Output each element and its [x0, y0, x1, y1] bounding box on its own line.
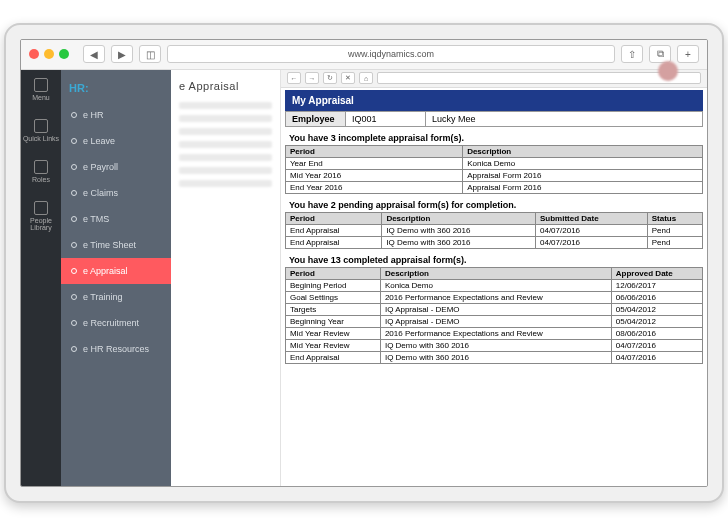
submenu-item-placeholder[interactable] — [179, 128, 272, 135]
rail-item-people[interactable]: People Library — [21, 201, 61, 231]
sidebar-item-eleave[interactable]: e Leave — [61, 128, 171, 154]
forward-button[interactable]: ▶ — [111, 45, 133, 63]
inner-forward-button[interactable]: → — [305, 72, 319, 84]
inner-back-button[interactable]: ← — [287, 72, 301, 84]
bullet-icon — [71, 346, 77, 352]
table-row[interactable]: End AppraisalIQ Demo with 360 201604/07/… — [286, 351, 703, 363]
bullet-icon — [71, 294, 77, 300]
table-header-row: Period Description Submitted Date Status — [286, 212, 703, 224]
bullet-icon — [71, 138, 77, 144]
minimize-icon[interactable] — [44, 49, 54, 59]
pending-table: Period Description Submitted Date Status… — [285, 212, 703, 249]
rail-item-roles[interactable]: Roles — [32, 160, 50, 183]
sidebar-item-label: e Appraisal — [83, 266, 128, 276]
url-text: www.iqdynamics.com — [348, 49, 434, 59]
table-header-row: Period Description Approved Date — [286, 267, 703, 279]
avatar[interactable] — [658, 61, 678, 81]
sidebar-item-label: e HR Resources — [83, 344, 149, 354]
col-description: Description — [380, 267, 611, 279]
app-body: Menu Quick Links Roles People Library HR… — [21, 70, 707, 486]
rail-item-quicklinks[interactable]: Quick Links — [23, 119, 59, 142]
table-row[interactable]: Mid Year Review2016 Performance Expectat… — [286, 327, 703, 339]
submenu-item-placeholder[interactable] — [179, 167, 272, 174]
sidebar-item-etms[interactable]: e TMS — [61, 206, 171, 232]
col-period: Period — [286, 267, 381, 279]
sidebar-item-label: e Recruitment — [83, 318, 139, 328]
table-row[interactable]: End AppraisalIQ Demo with 360 201604/07/… — [286, 236, 703, 248]
link-icon — [34, 119, 48, 133]
sidebar-toggle-button[interactable]: ◫ — [139, 45, 161, 63]
laptop-frame: ◀ ▶ ◫ www.iqdynamics.com ⇧ ⧉ + Menu Quic… — [4, 23, 724, 503]
col-description: Description — [463, 145, 703, 157]
back-button[interactable]: ◀ — [83, 45, 105, 63]
sidebar-item-label: e Time Sheet — [83, 240, 136, 250]
submenu-item-placeholder[interactable] — [179, 180, 272, 187]
col-description: Description — [382, 212, 536, 224]
bullet-icon — [71, 320, 77, 326]
table-row[interactable]: End AppraisalIQ Demo with 360 201604/07/… — [286, 224, 703, 236]
sidebar-item-ehr[interactable]: e HR — [61, 102, 171, 128]
sidebar-item-ehrresources[interactable]: e HR Resources — [61, 336, 171, 362]
sidebar-item-etimesheet[interactable]: e Time Sheet — [61, 232, 171, 258]
browser-toolbar: ◀ ▶ ◫ www.iqdynamics.com ⇧ ⧉ + — [21, 40, 707, 70]
close-icon[interactable] — [29, 49, 39, 59]
sidebar-item-label: e TMS — [83, 214, 109, 224]
table-row[interactable]: TargetsIQ Appraisal - DEMO05/04/2012 — [286, 303, 703, 315]
icon-rail: Menu Quick Links Roles People Library — [21, 70, 61, 486]
bullet-icon — [71, 164, 77, 170]
table-row[interactable]: Goal Settings2016 Performance Expectatio… — [286, 291, 703, 303]
table-row[interactable]: Begining PeriodKonica Demo12/06/2017 — [286, 279, 703, 291]
bullet-icon — [71, 216, 77, 222]
content-pane: ← → ↻ ✕ ⌂ My Appraisal Employee IQ001 Lu… — [281, 70, 707, 486]
inner-url-bar[interactable] — [377, 72, 701, 84]
employee-row: Employee IQ001 Lucky Mee — [285, 111, 703, 127]
col-period: Period — [286, 212, 382, 224]
table-row[interactable]: Beginning YearIQ Appraisal - DEMO05/04/2… — [286, 315, 703, 327]
sidebar-item-label: e HR — [83, 110, 104, 120]
table-row[interactable]: Mid Year 2016Appraisal Form 2016 — [286, 169, 703, 181]
incomplete-title: You have 3 incomplete appraisal form(s). — [285, 127, 703, 145]
employee-id: IQ001 — [346, 112, 426, 126]
incomplete-table: Period Description Year EndKonica Demo M… — [285, 145, 703, 194]
submenu-item-placeholder[interactable] — [179, 154, 272, 161]
share-button[interactable]: ⇧ — [621, 45, 643, 63]
table-row[interactable]: Mid Year ReviewIQ Demo with 360 201604/0… — [286, 339, 703, 351]
col-approved: Approved Date — [611, 267, 702, 279]
rail-label: People Library — [21, 217, 61, 231]
sidebar-item-eclaims[interactable]: e Claims — [61, 180, 171, 206]
screen: ◀ ▶ ◫ www.iqdynamics.com ⇧ ⧉ + Menu Quic… — [20, 39, 708, 487]
rail-label: Roles — [32, 176, 50, 183]
rail-label: Quick Links — [23, 135, 59, 142]
inner-stop-button[interactable]: ✕ — [341, 72, 355, 84]
roles-icon — [34, 160, 48, 174]
submenu-title: e Appraisal — [179, 80, 272, 92]
rail-item-menu[interactable]: Menu — [32, 78, 50, 101]
inner-refresh-button[interactable]: ↻ — [323, 72, 337, 84]
col-status: Status — [647, 212, 702, 224]
module-sidebar: HR: e HR e Leave e Payroll e Claims e TM… — [61, 70, 171, 486]
bullet-icon — [71, 190, 77, 196]
maximize-icon[interactable] — [59, 49, 69, 59]
sidebar-item-epayroll[interactable]: e Payroll — [61, 154, 171, 180]
submenu-item-placeholder[interactable] — [179, 102, 272, 109]
submenu-panel: e Appraisal — [171, 70, 281, 486]
submenu-item-placeholder[interactable] — [179, 115, 272, 122]
content-scroll[interactable]: My Appraisal Employee IQ001 Lucky Mee Yo… — [281, 88, 707, 486]
submenu-item-placeholder[interactable] — [179, 141, 272, 148]
url-bar[interactable]: www.iqdynamics.com — [167, 45, 615, 63]
employee-name: Lucky Mee — [426, 112, 702, 126]
sidebar-item-erecruitment[interactable]: e Recruitment — [61, 310, 171, 336]
new-tab-button[interactable]: + — [677, 45, 699, 63]
bullet-icon — [71, 242, 77, 248]
table-row[interactable]: End Year 2016Appraisal Form 2016 — [286, 181, 703, 193]
table-row[interactable]: Year EndKonica Demo — [286, 157, 703, 169]
completed-table: Period Description Approved Date Beginin… — [285, 267, 703, 364]
sidebar-item-eappraisal[interactable]: e Appraisal — [61, 258, 171, 284]
people-icon — [34, 201, 48, 215]
sidebar-item-etraining[interactable]: e Training — [61, 284, 171, 310]
inner-home-button[interactable]: ⌂ — [359, 72, 373, 84]
page-title: My Appraisal — [285, 90, 703, 111]
col-submitted: Submitted Date — [536, 212, 648, 224]
rail-label: Menu — [32, 94, 50, 101]
table-header-row: Period Description — [286, 145, 703, 157]
